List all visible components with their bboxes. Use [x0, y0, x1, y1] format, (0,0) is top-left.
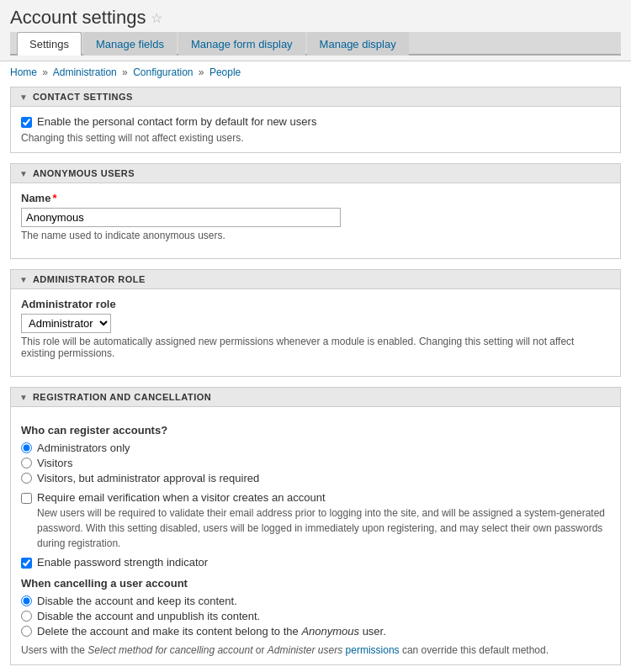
contact-settings-title: CONTACT SETTINGS: [33, 92, 133, 102]
anonymous-name-label: Name*: [21, 192, 610, 204]
anonymous-users-body: Name* The name used to indicate anonymou…: [11, 183, 620, 258]
admin-role-label: Administrator role: [21, 298, 610, 310]
cancel-disable-unpublish-input[interactable]: [21, 611, 32, 622]
cancel-disable-keep-input[interactable]: [21, 595, 32, 606]
email-verification-description: New users will be required to validate t…: [37, 505, 610, 551]
breadcrumb-administration[interactable]: Administration: [53, 66, 117, 78]
breadcrumb-configuration[interactable]: Configuration: [133, 66, 193, 78]
cancel-delete-input[interactable]: [21, 626, 32, 637]
anonymous-name-field-group: Name* The name used to indicate anonymou…: [21, 192, 610, 241]
password-strength-checkbox[interactable]: [21, 558, 32, 569]
registration-header: ▼ REGISTRATION AND CANCELLATION: [11, 388, 620, 407]
triangle-icon-admin: ▼: [19, 275, 28, 284]
administrator-role-section: ▼ ADMINISTRATOR ROLE Administrator role …: [10, 269, 621, 377]
tab-manage-fields[interactable]: Manage fields: [83, 32, 177, 56]
cancel-disable-keep: Disable the account and keep its content…: [21, 595, 610, 607]
email-verification-label: Require email verification when a visito…: [37, 491, 326, 504]
who-can-register-label: Who can register accounts?: [21, 424, 610, 437]
breadcrumb-home[interactable]: Home: [10, 66, 37, 78]
tab-settings[interactable]: Settings: [17, 32, 82, 56]
admin-role-description: This role will be automatically assigned…: [21, 336, 610, 359]
radio-visitors-input[interactable]: [21, 458, 32, 468]
anonymous-users-header: ▼ ANONYMOUS USERS: [11, 164, 620, 183]
password-strength-row: Enable password strength indicator: [21, 556, 610, 569]
password-strength-label: Enable password strength indicator: [37, 556, 208, 569]
triangle-icon: ▼: [19, 93, 28, 102]
contact-form-checkbox[interactable]: [21, 117, 32, 128]
radio-visitors-approval-input[interactable]: [21, 473, 32, 484]
radio-admins-only-label: Administrators only: [37, 442, 130, 454]
triangle-icon-anon: ▼: [19, 169, 28, 178]
cancellation-override-description: Users with the Select method for cancell…: [21, 644, 610, 656]
tab-manage-display[interactable]: Manage display: [307, 32, 409, 56]
tabs-container: Settings Manage fields Manage form displ…: [10, 32, 621, 56]
contact-form-description: Changing this setting will not affect ex…: [21, 132, 610, 144]
cancel-disable-keep-label: Disable the account and keep its content…: [37, 595, 237, 607]
radio-visitors-approval: Visitors, but administrator approval is …: [21, 472, 610, 484]
registration-section: ▼ REGISTRATION AND CANCELLATION Who can …: [10, 387, 621, 665]
page-title-text: Account settings: [10, 7, 146, 29]
cancel-delete-label: Delete the account and make its content …: [37, 625, 386, 638]
registration-title: REGISTRATION AND CANCELLATION: [33, 392, 211, 402]
email-verification-row: Require email verification when a visito…: [21, 491, 610, 551]
email-verification-checkbox[interactable]: [21, 493, 32, 504]
triangle-icon-reg: ▼: [19, 393, 28, 402]
anonymous-name-description: The name used to indicate anonymous user…: [21, 230, 610, 241]
administrator-role-title: ADMINISTRATOR ROLE: [33, 274, 146, 284]
contact-settings-header: ▼ CONTACT SETTINGS: [11, 87, 620, 107]
admin-role-field-group: Administrator role Administrator None Th…: [21, 298, 610, 359]
page-title: Account settings ☆: [10, 7, 621, 29]
anonymous-name-input[interactable]: [21, 208, 341, 227]
cancel-delete: Delete the account and make its content …: [21, 625, 610, 638]
radio-admins-only: Administrators only: [21, 442, 610, 454]
cancellation-label: When cancelling a user account: [21, 577, 610, 590]
administrator-role-body: Administrator role Administrator None Th…: [11, 289, 620, 376]
administrator-role-header: ▼ ADMINISTRATOR ROLE: [11, 270, 620, 289]
cancel-disable-unpublish-label: Disable the account and unpublish its co…: [37, 610, 260, 622]
breadcrumb: Home » Administration » Configuration » …: [0, 61, 631, 83]
permissions-link[interactable]: permissions: [346, 644, 400, 656]
star-icon[interactable]: ☆: [151, 10, 162, 26]
contact-settings-section: ▼ CONTACT SETTINGS Enable the personal c…: [10, 87, 621, 153]
main-content: ▼ CONTACT SETTINGS Enable the personal c…: [0, 83, 631, 672]
anonymous-users-title: ANONYMOUS USERS: [33, 168, 135, 178]
anonymous-users-section: ▼ ANONYMOUS USERS Name* The name used to…: [10, 163, 621, 259]
radio-visitors: Visitors: [21, 457, 610, 469]
contact-form-row: Enable the personal contact form by defa…: [21, 115, 610, 128]
radio-visitors-approval-label: Visitors, but administrator approval is …: [37, 472, 259, 484]
contact-settings-body: Enable the personal contact form by defa…: [11, 107, 620, 152]
radio-visitors-label: Visitors: [37, 457, 72, 469]
admin-role-select[interactable]: Administrator None: [21, 314, 111, 333]
tab-manage-form-display[interactable]: Manage form display: [178, 32, 305, 56]
radio-admins-only-input[interactable]: [21, 442, 32, 453]
cancellation-group: Disable the account and keep its content…: [21, 595, 610, 638]
breadcrumb-people[interactable]: People: [209, 66, 241, 78]
who-can-register-group: Administrators only Visitors Visitors, b…: [21, 442, 610, 484]
page-header: Account settings ☆ Settings Manage field…: [0, 0, 631, 61]
cancel-disable-unpublish: Disable the account and unpublish its co…: [21, 610, 610, 622]
contact-form-label: Enable the personal contact form by defa…: [37, 115, 316, 128]
registration-body: Who can register accounts? Administrator…: [11, 407, 620, 664]
email-verification-group: Require email verification when a visito…: [37, 491, 610, 551]
